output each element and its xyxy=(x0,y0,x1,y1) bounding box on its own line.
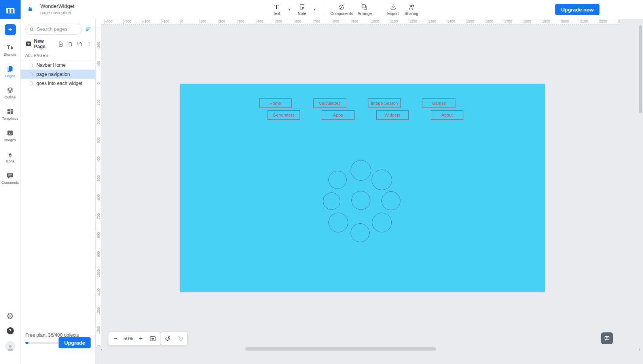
sidebar-item-outline[interactable]: Outline xyxy=(0,87,21,99)
add-page-icon[interactable] xyxy=(58,41,64,47)
canvas-area[interactable]: -400-300-200-100010020030040050060070080… xyxy=(96,19,643,364)
toolbar-separator xyxy=(379,4,379,15)
upgrade-now-button[interactable]: Upgrade now xyxy=(555,4,599,15)
document-title[interactable]: WonderWidget xyxy=(40,3,74,9)
artboard-nav-box[interactable]: Home xyxy=(259,98,292,108)
artboard-nav-box[interactable]: Generators xyxy=(267,110,300,120)
sidebar-item-images[interactable]: Images xyxy=(0,129,21,142)
page-list-item[interactable]: goes into each widget xyxy=(21,79,95,88)
zoom-in-button[interactable]: + xyxy=(135,332,146,345)
artboard-nav-box[interactable]: Apps xyxy=(322,110,355,120)
scroll-left-arrow[interactable]: ‹ xyxy=(99,346,104,352)
horizontal-scrollbar-thumb[interactable] xyxy=(245,347,436,351)
help-icon[interactable]: ? xyxy=(7,327,14,334)
note-tool-chevron-down-icon[interactable]: ▾ xyxy=(311,8,318,11)
page-list-item[interactable]: page navigation xyxy=(21,70,95,79)
add-button[interactable]: + xyxy=(5,24,16,35)
left-nav-rail: + StencilsPagesOutlineTemplatesImages♠Ic… xyxy=(0,19,21,364)
artboard-circle[interactable] xyxy=(328,171,347,189)
sidebar-item-comments[interactable]: Comments xyxy=(0,172,21,185)
filter-icon[interactable] xyxy=(85,26,91,32)
search-pages-input[interactable] xyxy=(37,26,76,32)
upgrade-button[interactable]: Upgrade xyxy=(59,337,91,348)
vertical-ruler: -200-10001002003004005006007008009001000… xyxy=(96,25,101,346)
artboard-circle[interactable] xyxy=(328,213,348,232)
ruler-label: 1700 xyxy=(503,19,512,24)
sidebar-item-icons[interactable]: ♠Icons xyxy=(0,151,21,163)
ruler-label: 1100 xyxy=(389,19,398,24)
ruler-label: 1600 xyxy=(484,19,493,24)
duplicate-page-icon[interactable] xyxy=(77,41,83,47)
vertical-scrollbar-thumb[interactable] xyxy=(639,25,642,113)
feedback-button[interactable] xyxy=(601,332,613,344)
ruler-label: 400 xyxy=(96,150,101,168)
artboard-nav-box[interactable]: Games xyxy=(423,98,455,108)
ruler-label: 0 xyxy=(96,74,101,92)
artboard-nav-box[interactable]: Widgets xyxy=(376,110,409,120)
note-tool-button[interactable]: Note xyxy=(293,0,311,19)
sidebar-item-stencils[interactable]: Stencils xyxy=(0,44,21,57)
new-page-button[interactable]: New Page xyxy=(34,38,55,49)
components-button[interactable]: Components xyxy=(328,0,355,19)
moqups-logo[interactable]: m xyxy=(0,0,21,19)
ruler-label: 100 xyxy=(96,93,101,111)
ruler-label: 600 xyxy=(96,188,101,206)
text-tool-button[interactable]: T Text xyxy=(267,0,286,19)
export-button[interactable]: Export xyxy=(384,0,402,19)
ruler-label: 2300 xyxy=(617,19,620,24)
artboard-circle[interactable] xyxy=(372,213,392,232)
arrange-button[interactable]: Arrange xyxy=(355,0,374,19)
artboard-circle[interactable] xyxy=(351,160,371,181)
comments-icon xyxy=(6,172,14,179)
stencils-icon xyxy=(6,44,14,51)
ruler-label: 200 xyxy=(96,112,101,130)
text-tool-chevron-down-icon[interactable]: ▾ xyxy=(286,8,293,11)
artboard-nav-box[interactable]: About xyxy=(431,110,463,120)
scroll-right-arrow[interactable]: › xyxy=(637,346,642,352)
artboard-circle[interactable] xyxy=(372,170,392,190)
artboard-circle[interactable] xyxy=(323,192,340,210)
new-page-icon[interactable] xyxy=(25,41,32,47)
delete-page-icon[interactable] xyxy=(67,41,73,47)
ruler-label: 2100 xyxy=(579,19,588,24)
artboard-nav-box[interactable]: Image Search xyxy=(368,98,401,108)
outline-icon xyxy=(6,87,14,94)
ruler-label: 1800 xyxy=(522,19,531,24)
ruler-label: 2000 xyxy=(560,19,569,24)
ruler-label: 100 xyxy=(199,19,206,24)
lock-icon[interactable] xyxy=(27,6,33,12)
undo-button[interactable]: ↺ xyxy=(165,335,170,343)
page-menu-kebab-icon[interactable] xyxy=(86,41,92,47)
ruler-label: 900 xyxy=(351,19,358,24)
ruler-label: 1000 xyxy=(370,19,379,24)
arrange-icon xyxy=(361,3,368,11)
artboard[interactable]: HomeCalculatorsImage SearchGamesGenerato… xyxy=(180,84,545,292)
user-avatar[interactable] xyxy=(5,341,15,351)
page-list-item[interactable]: Navbar Home xyxy=(21,60,95,70)
sidebar-item-templates[interactable]: Templates xyxy=(0,108,21,121)
sharing-button[interactable]: Sharing xyxy=(402,0,420,19)
sidebar-item-pages[interactable]: Pages xyxy=(0,65,21,78)
horizontal-scrollbar: ‹ › xyxy=(96,346,643,352)
page-icon xyxy=(28,72,34,77)
zoom-level[interactable]: 50% xyxy=(121,336,135,341)
ruler-label: 700 xyxy=(313,19,320,24)
search-pages-box xyxy=(25,24,82,35)
ruler-label: 200 xyxy=(218,19,225,24)
ruler-label: -200 xyxy=(96,36,101,55)
redo-button[interactable]: ↻ xyxy=(178,335,183,343)
zoom-toolbar: − 50% + xyxy=(108,332,161,345)
search-icon xyxy=(29,27,34,32)
artboard-circle[interactable] xyxy=(381,191,400,210)
export-icon xyxy=(390,3,396,11)
ruler-label: 1100 xyxy=(96,283,101,301)
ruler-label: 700 xyxy=(96,207,101,225)
settings-gear-icon[interactable]: ⚙ xyxy=(6,312,14,321)
ruler-label: 500 xyxy=(275,19,282,24)
artboard-nav-box[interactable]: Calculators xyxy=(313,98,346,108)
artboard-circle[interactable] xyxy=(351,223,370,242)
artboard-circle[interactable] xyxy=(351,191,370,210)
zoom-out-button[interactable]: − xyxy=(110,332,121,345)
feedback-bubble-icon xyxy=(604,335,610,341)
zoom-fit-icon[interactable] xyxy=(146,332,159,345)
